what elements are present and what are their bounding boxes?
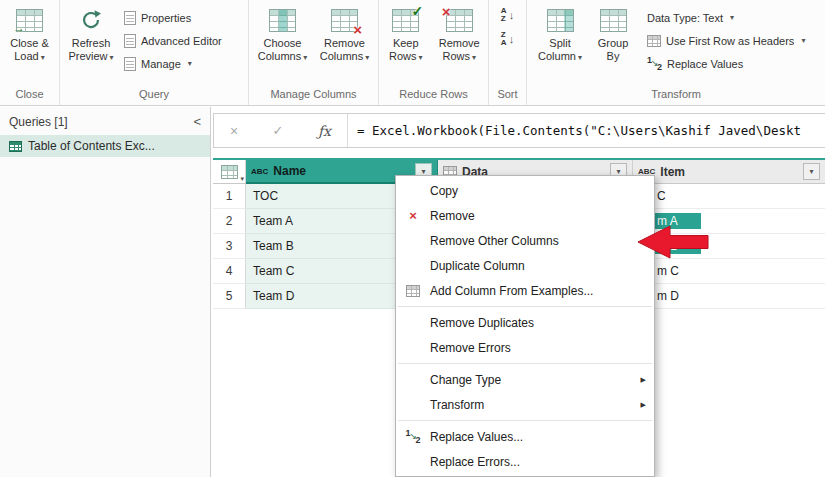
advanced-editor-icon xyxy=(124,34,136,48)
remove-columns-button[interactable]: × Remove Columns▾ xyxy=(316,3,374,64)
menu-item-label: Duplicate Column xyxy=(430,259,646,273)
chevron-down-icon: ▾ xyxy=(188,59,192,68)
ribbon-group-manage-columns: Choose Columns▾ × Remove Columns▾ Manage… xyxy=(249,0,379,105)
queries-pane-title: Queries [1] xyxy=(9,115,68,129)
row-number[interactable]: 5 xyxy=(213,284,246,309)
menu-item-duplicate-column[interactable]: Duplicate Column xyxy=(396,253,654,278)
advanced-editor-button[interactable]: Advanced Editor xyxy=(124,33,222,48)
keep-rows-label-line1: Keep xyxy=(393,37,419,50)
menu-separator xyxy=(398,420,652,421)
refresh-preview-button[interactable]: Refresh Preview▾ xyxy=(62,3,120,64)
sort-descending-button[interactable]: ZA ↓ xyxy=(498,30,517,48)
first-row-headers-label: Use First Row as Headers xyxy=(666,35,794,47)
cell-item[interactable]: C xyxy=(633,184,825,209)
chevron-down-icon: ▾ xyxy=(801,36,805,45)
group-label-close: Close xyxy=(0,87,59,105)
row-number[interactable]: 2 xyxy=(213,209,246,234)
menu-item-replace-errors[interactable]: Replace Errors... xyxy=(396,449,654,474)
keep-rows-icon: ✓ xyxy=(392,9,419,32)
chevron-down-icon: ▾ xyxy=(303,53,307,62)
add-column-icon xyxy=(406,285,420,297)
chevron-down-icon: ▾ xyxy=(240,175,244,183)
ribbon-group-reduce-rows: ✓ Keep Rows▾ × Remove Rows▾ Reduce Rows xyxy=(379,0,489,105)
refresh-label-line1: Refresh xyxy=(72,37,111,50)
group-by-button[interactable]: Group By xyxy=(591,3,635,63)
group-label-transform: Transform xyxy=(527,87,825,105)
chevron-down-icon: ▾ xyxy=(365,53,369,62)
manage-button[interactable]: Manage ▾ xyxy=(124,56,222,71)
query-list-item[interactable]: Table of Contents Exc... xyxy=(0,135,210,157)
ribbon: → Close & Load▾ Close Refresh Preview▾ xyxy=(0,0,825,106)
properties-label: Properties xyxy=(141,12,191,24)
choose-columns-icon xyxy=(269,9,296,32)
remove-rows-button[interactable]: × Remove Rows▾ xyxy=(433,3,486,64)
data-type-label: Data Type: Text xyxy=(647,12,723,24)
menu-item-label: Transform xyxy=(430,398,641,412)
query-item-label: Table of Contents Exc... xyxy=(28,139,155,153)
cell-item[interactable]: m A xyxy=(633,209,825,234)
remove-rows-label-line1: Remove xyxy=(439,37,480,50)
remove-columns-icon: × xyxy=(331,9,358,32)
group-label-manage-columns: Manage Columns xyxy=(249,87,378,105)
menu-item-add-column-from-examples[interactable]: Add Column From Examples... xyxy=(396,278,654,303)
keep-rows-button[interactable]: ✓ Keep Rows▾ xyxy=(381,3,431,64)
fx-icon[interactable]: ƒx xyxy=(318,123,331,139)
row-number[interactable]: 1 xyxy=(213,184,246,209)
menu-item-label: Remove Duplicates xyxy=(430,316,646,330)
queries-pane: Queries [1] < Table of Contents Exc... xyxy=(0,107,211,477)
cancel-icon[interactable]: × xyxy=(230,123,238,139)
menu-item-label: Add Column From Examples... xyxy=(430,284,646,298)
properties-button[interactable]: Properties xyxy=(124,10,222,25)
use-first-row-as-headers-button[interactable]: Use First Row as Headers ▾ xyxy=(647,33,805,48)
menu-item-label: Remove xyxy=(430,209,646,223)
cell-item-text: m C xyxy=(657,264,679,278)
cell-item[interactable]: m B xyxy=(633,234,825,259)
filter-dropdown-button[interactable]: ▾ xyxy=(803,163,820,180)
chevron-down-icon: ▾ xyxy=(419,53,423,62)
close-load-label-line2: Load xyxy=(14,50,38,62)
chevron-down-icon: ▾ xyxy=(578,53,582,62)
close-and-load-button[interactable]: → Close & Load▾ xyxy=(10,3,49,64)
select-all-corner[interactable]: ▾ xyxy=(213,160,246,184)
formula-input[interactable]: = Excel.Workbook(File.Contents("C:\Users… xyxy=(348,114,825,147)
menu-item-remove-errors[interactable]: Remove Errors xyxy=(396,335,654,360)
column-header-item[interactable]: ABC Item ▾ xyxy=(633,160,825,184)
menu-item-copy[interactable]: Copy xyxy=(396,178,654,203)
ribbon-group-transform: Split Column▾ Group By Data Type: Text ▾ xyxy=(527,0,825,105)
menu-separator xyxy=(398,363,652,364)
chevron-down-icon: ▾ xyxy=(41,53,45,62)
sort-ascending-button[interactable]: AZ ↓ xyxy=(498,6,517,24)
cell-item[interactable]: m C xyxy=(633,259,825,284)
remove-columns-label-line2: Columns xyxy=(320,50,363,62)
chevron-down-icon: ▾ xyxy=(809,167,813,176)
cell-item[interactable]: m D xyxy=(633,284,825,309)
submenu-arrow-icon: ▶ xyxy=(641,376,646,384)
split-column-label-line1: Split xyxy=(549,37,570,50)
data-type-button[interactable]: Data Type: Text ▾ xyxy=(647,10,805,25)
row-number[interactable]: 3 xyxy=(213,234,246,259)
first-row-headers-icon xyxy=(647,35,661,47)
menu-item-label: Remove Errors xyxy=(430,341,646,355)
menu-item-remove-other-columns[interactable]: Remove Other Columns xyxy=(396,228,654,253)
commit-icon[interactable]: ✓ xyxy=(273,123,284,138)
menu-item-remove[interactable]: × Remove xyxy=(396,203,654,228)
menu-item-replace-values[interactable]: 1↘2 Replace Values... xyxy=(396,424,654,449)
column-name-label: Name xyxy=(273,164,306,178)
choose-columns-label-line1: Choose xyxy=(264,37,302,50)
collapse-pane-icon[interactable]: < xyxy=(193,114,201,129)
menu-item-transform[interactable]: Transform ▶ xyxy=(396,392,654,417)
manage-icon xyxy=(124,57,136,71)
context-menu: Copy × Remove Remove Other Columns Dupli… xyxy=(395,175,655,477)
split-column-button[interactable]: Split Column▾ xyxy=(533,3,587,64)
replace-values-button[interactable]: 1↘2 Replace Values xyxy=(647,56,805,71)
row-number[interactable]: 4 xyxy=(213,259,246,284)
remove-rows-label-line2: Rows xyxy=(442,50,470,62)
menu-item-label: Copy xyxy=(430,184,646,198)
group-by-label-line1: Group xyxy=(598,37,629,50)
choose-columns-button[interactable]: Choose Columns▾ xyxy=(254,3,312,64)
remove-rows-icon: × xyxy=(446,9,473,32)
menu-item-label: Change Type xyxy=(430,373,641,387)
menu-item-change-type[interactable]: Change Type ▶ xyxy=(396,367,654,392)
menu-item-remove-duplicates[interactable]: Remove Duplicates xyxy=(396,310,654,335)
remove-x-icon: × xyxy=(409,208,417,223)
